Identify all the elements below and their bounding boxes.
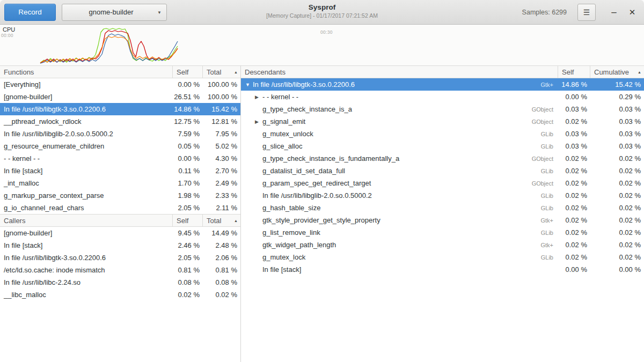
function-total-value: 100.00 % [203, 93, 240, 101]
category-label: Gtk+ [540, 217, 558, 224]
descendant-name: In file [stack] [262, 265, 301, 274]
caller-self-value: 2.46 % [173, 241, 203, 249]
descendant-row[interactable]: ▼ In file /usr/lib/libgtk-3.so.0.2200.6 … [241, 78, 644, 91]
descendant-row[interactable]: g_type_check_instance_is_a GObject 0.03 … [241, 103, 644, 115]
functions-total-column-header[interactable]: Total▲ [203, 66, 240, 78]
caller-self-value: 2.05 % [173, 254, 203, 262]
descendant-row[interactable]: g_type_check_instance_is_fundamentally_a… [241, 152, 644, 165]
function-row[interactable]: In file /usr/lib/libglib-2.0.so.0.5000.2… [0, 128, 240, 140]
function-self-value: 7.59 % [173, 130, 203, 138]
menu-button[interactable]: ☰ [577, 4, 596, 21]
caller-total-value: 2.06 % [203, 254, 240, 262]
caller-total-value: 0.02 % [203, 291, 240, 299]
descendant-row[interactable]: In file [stack] 0.00 % 0.00 % [241, 263, 644, 276]
descendant-cumulative-value: 0.29 % [590, 93, 644, 101]
function-total-value: 7.95 % [203, 130, 240, 138]
expander-icon[interactable]: ▼ [245, 82, 253, 87]
function-row[interactable]: g_io_channel_read_chars 2.05 % 2.11 % [0, 202, 240, 214]
descendant-row[interactable]: g_list_remove_link GLib 0.02 % 0.02 % [241, 226, 644, 239]
time-label-mid: 00:30 [320, 29, 333, 35]
descendants-column-header[interactable]: Descendants [241, 66, 558, 78]
function-self-value: 26.51 % [173, 93, 203, 101]
descendant-cumulative-value: 0.03 % [590, 105, 644, 113]
functions-self-column-header[interactable]: Self [173, 66, 203, 78]
descendant-row[interactable]: gtk_widget_path_length Gtk+ 0.02 % 0.02 … [241, 239, 644, 251]
time-label-start: 00:00 [1, 33, 13, 38]
descendant-row[interactable]: g_mutex_lock GLib 0.02 % 0.02 % [241, 251, 644, 263]
category-label: GObject [532, 180, 558, 187]
sort-indicator-icon: ▲ [234, 70, 240, 74]
category-label: GObject [532, 119, 558, 125]
functions-column-header[interactable]: Functions [0, 66, 173, 78]
callers-self-column-header[interactable]: Self [173, 215, 203, 227]
descendants-cumulative-column-header[interactable]: Cumulative▲ [590, 66, 644, 78]
function-row[interactable]: g_resource_enumerate_children 0.05 % 5.0… [0, 140, 240, 152]
function-self-value: 0.00 % [173, 154, 203, 162]
descendant-name: g_mutex_lock [262, 253, 305, 261]
function-row[interactable]: In file [stack] 0.11 % 2.70 % [0, 165, 240, 177]
cpu-graph[interactable]: CPU 00:00 00:30 [0, 25, 644, 65]
process-selector[interactable]: gnome-builder ▼ [62, 4, 167, 21]
header-right: Samples: 6299 ☰ – ✕ [522, 4, 640, 21]
caller-name: [gnome-builder] [0, 229, 173, 237]
category-label: GLib [541, 205, 558, 211]
caller-row[interactable]: In file [stack] 2.46 % 2.48 % [0, 239, 240, 252]
descendant-cumulative-value: 0.02 % [590, 204, 644, 212]
callers-total-column-header[interactable]: Total▲ [203, 215, 240, 227]
caller-row[interactable]: __libc_malloc 0.02 % 0.02 % [0, 289, 240, 301]
expander-icon[interactable]: ▶ [255, 119, 262, 124]
descendant-self-value: 0.02 % [558, 253, 590, 261]
descendant-row[interactable]: g_datalist_id_set_data_full GLib 0.02 % … [241, 165, 644, 177]
caller-row[interactable]: In file /usr/lib/libc-2.24.so 0.08 % 0.0… [0, 276, 240, 289]
descendant-self-value: 0.00 % [558, 265, 590, 274]
callers-table-header: Callers Self Total▲ [0, 214, 240, 227]
function-row[interactable]: __pthread_rwlock_rdlock 12.75 % 12.81 % [0, 115, 240, 128]
function-row[interactable]: g_markup_parse_context_parse 1.98 % 2.33… [0, 189, 240, 202]
function-row[interactable]: - - kernel - - 0.00 % 4.30 % [0, 152, 240, 165]
caller-total-value: 0.08 % [203, 278, 240, 286]
function-self-value: 0.00 % [173, 80, 203, 88]
category-label: GLib [541, 193, 558, 199]
function-name: In file [stack] [0, 167, 173, 175]
caller-row[interactable]: [gnome-builder] 9.45 % 14.49 % [0, 227, 240, 239]
caller-row[interactable]: /etc/ld.so.cache: inode mismatch 0.81 % … [0, 264, 240, 276]
descendant-self-value: 0.03 % [558, 142, 590, 150]
function-total-value: 2.11 % [203, 204, 240, 212]
function-row[interactable]: _int_malloc 1.70 % 2.49 % [0, 177, 240, 189]
function-row[interactable]: In file /usr/lib/libgtk-3.so.0.2200.6 14… [0, 103, 240, 115]
function-self-value: 1.98 % [173, 191, 203, 200]
descendant-name: g_mutex_unlock [262, 130, 313, 138]
descendant-row[interactable]: ▶ - - kernel - - 0.00 % 0.29 % [241, 91, 644, 103]
caller-row[interactable]: In file /usr/lib/libgtk-3.so.0.2200.6 2.… [0, 252, 240, 264]
header-bar: Record gnome-builder ▼ Sysprof [Memory C… [0, 0, 644, 25]
expander-icon[interactable]: ▶ [255, 94, 262, 100]
minimize-button[interactable]: – [606, 5, 621, 20]
caller-name: In file /usr/lib/libgtk-3.so.0.2200.6 [0, 254, 173, 262]
function-row[interactable]: [gnome-builder] 26.51 % 100.00 % [0, 91, 240, 103]
descendant-self-value: 14.86 % [558, 80, 590, 88]
hamburger-icon: ☰ [583, 8, 590, 17]
descendant-self-value: 0.02 % [558, 204, 590, 212]
descendants-self-column-header[interactable]: Self [558, 66, 590, 78]
category-label: Gtk+ [540, 242, 558, 248]
descendant-row[interactable]: ▶ g_signal_emit GObject 0.02 % 0.03 % [241, 115, 644, 128]
category-label: GLib [541, 254, 558, 261]
descendant-row[interactable]: g_hash_table_size GLib 0.02 % 0.02 % [241, 202, 644, 214]
callers-column-header[interactable]: Callers [0, 215, 173, 227]
descendant-row[interactable]: g_mutex_unlock GLib 0.03 % 0.03 % [241, 128, 644, 140]
descendant-self-value: 0.02 % [558, 241, 590, 249]
descendant-row[interactable]: In file /usr/lib/libglib-2.0.so.0.5000.2… [241, 189, 644, 202]
descendant-cumulative-value: 0.02 % [590, 241, 644, 249]
descendant-self-value: 0.02 % [558, 216, 590, 224]
descendant-row[interactable]: g_param_spec_get_redirect_target GObject… [241, 177, 644, 189]
function-self-value: 14.86 % [173, 105, 203, 113]
close-button[interactable]: ✕ [625, 5, 640, 20]
function-total-value: 15.42 % [203, 105, 240, 113]
descendant-row[interactable]: g_slice_alloc GLib 0.03 % 0.03 % [241, 140, 644, 152]
chevron-down-icon: ▼ [157, 10, 162, 15]
function-row[interactable]: [Everything] 0.00 % 100.00 % [0, 78, 240, 91]
function-self-value: 12.75 % [173, 117, 203, 125]
function-name: [gnome-builder] [0, 93, 173, 101]
record-button[interactable]: Record [4, 4, 56, 21]
descendant-row[interactable]: gtk_style_provider_get_style_property Gt… [241, 214, 644, 226]
